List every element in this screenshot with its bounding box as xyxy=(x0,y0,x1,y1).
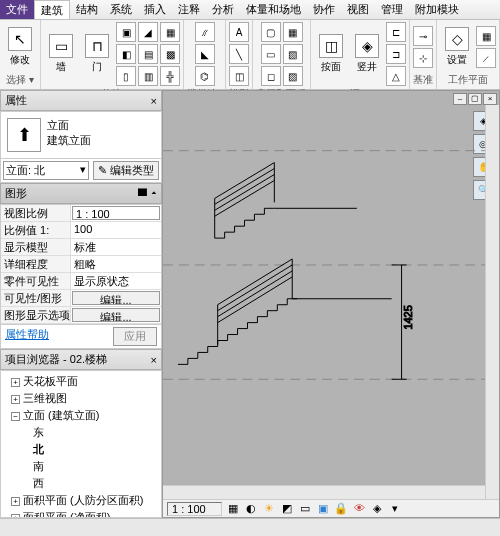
wall-open-button[interactable]: ⊏ xyxy=(386,22,406,42)
scrollbar-vertical[interactable] xyxy=(485,105,499,499)
menu-tab-sys[interactable]: 系统 xyxy=(104,0,138,19)
curtain-button[interactable]: ▦ xyxy=(160,22,180,42)
detail-level-icon[interactable]: ▦ xyxy=(226,502,240,516)
svg-line-12 xyxy=(218,259,293,305)
floor-button[interactable]: ▥ xyxy=(138,66,158,86)
properties-close[interactable]: × xyxy=(151,95,157,107)
area-bound-button[interactable]: ▧ xyxy=(283,44,303,64)
svg-line-15 xyxy=(218,277,293,323)
wall-button[interactable]: ▭ 墙 xyxy=(44,34,78,74)
shaft-button[interactable]: ◈ 竖井 xyxy=(350,34,384,74)
pk-gfx: 图形显示选项 xyxy=(1,307,71,323)
byface-label: 按面 xyxy=(321,60,341,74)
pv-vis[interactable]: 编辑... xyxy=(72,291,160,305)
apply-button[interactable]: 应用 xyxy=(113,327,157,346)
crop-show-icon[interactable]: ▣ xyxy=(316,502,330,516)
tree-item[interactable]: 西 xyxy=(3,475,159,492)
window-button[interactable]: ▣ xyxy=(116,22,136,42)
twisty-icon: + xyxy=(11,514,20,518)
byface-button[interactable]: ◫ 按面 xyxy=(314,34,348,74)
browser-close[interactable]: × xyxy=(151,354,157,366)
room-tag-button[interactable]: ◻ xyxy=(261,66,281,86)
properties-help-link[interactable]: 属性帮助 xyxy=(5,327,49,346)
type-selector-zone[interactable]: ⬆ 立面 建筑立面 xyxy=(0,111,162,159)
menu-tab-insert[interactable]: 插入 xyxy=(138,0,172,19)
visual-style-icon[interactable]: ◐ xyxy=(244,502,258,516)
menu-tab-mass[interactable]: 体量和场地 xyxy=(240,0,307,19)
level-button[interactable]: ⊸ xyxy=(413,26,433,46)
modify-label: 修改 xyxy=(10,53,30,67)
area-button[interactable]: ▦ xyxy=(283,22,303,42)
railing-button[interactable]: ⫽ xyxy=(195,22,215,42)
menu-tab-annot[interactable]: 注释 xyxy=(172,0,206,19)
dormer-button[interactable]: △ xyxy=(386,66,406,86)
vert-open-button[interactable]: ⊐ xyxy=(386,44,406,64)
component-button[interactable]: ◧ xyxy=(116,44,136,64)
ribbon: ↖ 修改 选择 ▾ ▭ 墙 ⊓ 门 ▣ ◧ ▯ ◢ ▤ ▥ xyxy=(0,20,500,90)
lock-icon[interactable]: 🔒 xyxy=(334,502,348,516)
twisty-icon: + xyxy=(11,395,20,404)
grid-datum-button[interactable]: ⊹ xyxy=(413,48,433,68)
pv-scale[interactable]: 1 : 100 xyxy=(72,206,160,220)
room-sep-button[interactable]: ▭ xyxy=(261,44,281,64)
menu-tab-addin[interactable]: 附加模块 xyxy=(409,0,465,19)
ref-plane-button[interactable]: ⟋ xyxy=(476,48,496,68)
pv-parts[interactable]: 显示原状态 xyxy=(71,273,161,289)
model-group-button[interactable]: ◫ xyxy=(229,66,249,86)
sun-icon[interactable]: ☀ xyxy=(262,502,276,516)
instance-selector[interactable]: 立面: 北▾ xyxy=(3,161,89,180)
properties-title: 属性 xyxy=(5,93,27,108)
show-plane-button[interactable]: ▦ xyxy=(476,26,496,46)
menu-tab-manage[interactable]: 管理 xyxy=(375,0,409,19)
tree-item[interactable]: −立面 (建筑立面) xyxy=(3,407,159,424)
edit-type-button[interactable]: ✎ 编辑类型 xyxy=(93,161,159,180)
area-tag-button[interactable]: ▨ xyxy=(283,66,303,86)
ribbon-group-select: ↖ 修改 选择 ▾ xyxy=(0,20,41,89)
tree-item[interactable]: +天花板平面 xyxy=(3,373,159,390)
room-button[interactable]: ▢ xyxy=(261,22,281,42)
svg-line-14 xyxy=(218,271,293,317)
tree-item[interactable]: 南 xyxy=(3,458,159,475)
roof-button[interactable]: ◢ xyxy=(138,22,158,42)
tree-item[interactable]: +三维视图 xyxy=(3,390,159,407)
column-button[interactable]: ▯ xyxy=(116,66,136,86)
menu-tab-view[interactable]: 视图 xyxy=(341,0,375,19)
menu-file[interactable]: 文件 xyxy=(0,0,34,19)
tree-item-active[interactable]: 北 xyxy=(3,441,159,458)
left-panels: 属性 × ⬆ 立面 建筑立面 立面: 北▾ ✎ 编辑类型 图形 ⯀ ▴ 视图比例… xyxy=(0,90,162,518)
ceiling-button[interactable]: ▤ xyxy=(138,44,158,64)
menu-tab-collab[interactable]: 协作 xyxy=(307,0,341,19)
mullion-button[interactable]: ▩ xyxy=(160,44,180,64)
set-button[interactable]: ◇ 设置 xyxy=(440,27,474,67)
tree-item[interactable]: 东 xyxy=(3,424,159,441)
menu-tab-struct[interactable]: 结构 xyxy=(70,0,104,19)
drawing-canvas[interactable]: – ▢ × ◈ ◎ ✋ 🔍 xyxy=(162,90,500,518)
menu-tab-anal[interactable]: 分析 xyxy=(206,0,240,19)
tree-item[interactable]: +面积平面 (净面积) xyxy=(3,509,159,518)
shadow-icon[interactable]: ◩ xyxy=(280,502,294,516)
pv-gfx[interactable]: 编辑... xyxy=(72,308,160,322)
door-button[interactable]: ⊓ 门 xyxy=(80,34,114,74)
model-text-button[interactable]: A xyxy=(229,22,249,42)
property-grid: 视图比例1 : 100 比例值 1:100 显示模型标准 详细程度粗略 零件可见… xyxy=(0,204,162,325)
temp-hide-icon[interactable]: 👁 xyxy=(352,502,366,516)
ramp-button[interactable]: ◣ xyxy=(195,44,215,64)
ribbon-group-datum: ⊸ ⊹ 基准 xyxy=(410,20,437,89)
pv-detail[interactable]: 粗略 xyxy=(71,256,161,272)
menu-tab-arch[interactable]: 建筑 xyxy=(34,0,70,19)
group-label-datum: 基准 xyxy=(413,73,433,87)
model-line-button[interactable]: ╲ xyxy=(229,44,249,64)
ext-icon[interactable]: ▾ xyxy=(388,502,402,516)
crop-icon[interactable]: ▭ xyxy=(298,502,312,516)
grid-button[interactable]: ╬ xyxy=(160,66,180,86)
stair-button[interactable]: ⌬ xyxy=(195,66,215,86)
pv-display[interactable]: 标准 xyxy=(71,239,161,255)
twisty-icon: + xyxy=(11,497,20,506)
category-header[interactable]: 图形 ⯀ ▴ xyxy=(0,183,162,204)
view-scale[interactable]: 1 : 100 xyxy=(167,502,222,516)
scrollbar-horizontal[interactable] xyxy=(163,485,485,499)
tree-item[interactable]: +面积平面 (人防分区面积) xyxy=(3,492,159,509)
reveal-icon[interactable]: ◈ xyxy=(370,502,384,516)
byface-icon: ◫ xyxy=(319,34,343,58)
modify-button[interactable]: ↖ 修改 xyxy=(3,27,37,67)
